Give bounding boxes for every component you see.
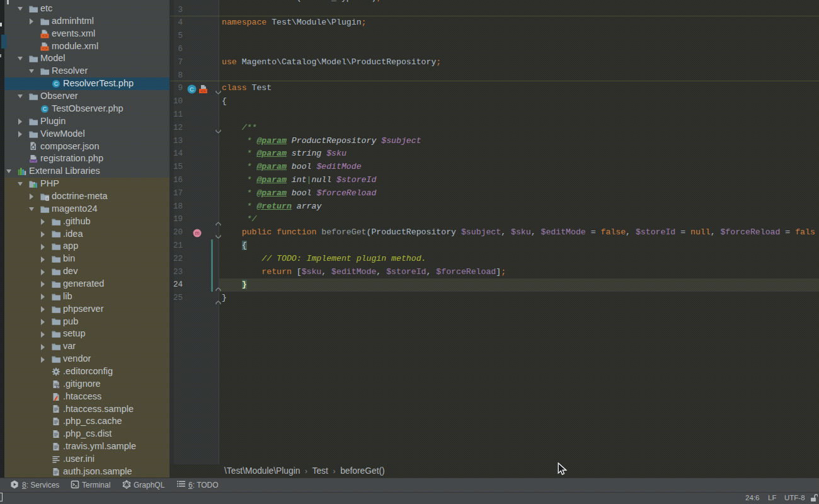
svg-text:<>: <> [201, 89, 206, 93]
svg-text:PHP: PHP [30, 159, 36, 163]
svg-text:C: C [190, 86, 194, 93]
svg-text:C: C [43, 106, 47, 112]
svg-text:m: m [195, 230, 199, 236]
svg-text:C: C [54, 81, 59, 87]
svg-text:<>: <> [42, 33, 47, 38]
svg-text:<>: <> [42, 46, 47, 51]
